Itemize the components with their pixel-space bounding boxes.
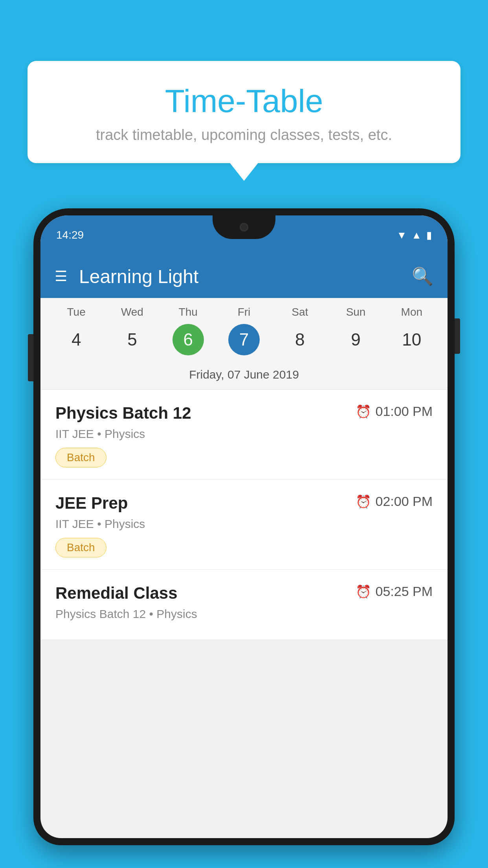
day-number[interactable]: 5 — [116, 324, 148, 355]
time-text: 01:00 PM — [375, 404, 433, 419]
feature-title: Time-Table — [51, 83, 437, 120]
day-name: Wed — [121, 306, 143, 318]
schedule-list: Physics Batch 12⏰01:00 PMIIT JEE • Physi… — [40, 390, 448, 640]
clock-icon: ⏰ — [356, 584, 371, 599]
time-text: 02:00 PM — [375, 494, 433, 509]
schedule-sub: IIT JEE • Physics — [55, 427, 433, 441]
schedule-sub: Physics Batch 12 • Physics — [55, 607, 433, 621]
speech-bubble: Time-Table track timetable, upcoming cla… — [28, 61, 460, 163]
day-col[interactable]: Tue4 — [51, 306, 102, 355]
batch-tag: Batch — [55, 448, 106, 467]
day-col[interactable]: Sun9 — [330, 306, 382, 355]
day-col[interactable]: Fri7 — [218, 306, 270, 355]
day-name: Sun — [346, 306, 366, 318]
calendar-strip: Tue4Wed5Thu6Fri7Sat8Sun9Mon10 Friday, 07… — [40, 298, 448, 390]
status-time: 14:29 — [56, 229, 84, 241]
day-number[interactable]: 10 — [396, 324, 427, 355]
clock-icon: ⏰ — [356, 404, 371, 419]
schedule-time: ⏰02:00 PM — [356, 494, 433, 509]
menu-icon[interactable]: ☰ — [55, 268, 67, 285]
schedule-item-header: JEE Prep⏰02:00 PM — [55, 494, 433, 513]
schedule-title: Physics Batch 12 — [55, 404, 191, 423]
battery-icon: ▮ — [426, 229, 432, 241]
day-name: Tue — [67, 306, 86, 318]
camera-dot — [240, 223, 248, 232]
phone-device: 14:29 ▼ ▲ ▮ ☰ Learning Light 🔍 — [33, 208, 455, 868]
schedule-item[interactable]: Physics Batch 12⏰01:00 PMIIT JEE • Physi… — [40, 390, 448, 480]
day-number[interactable]: 8 — [284, 324, 316, 355]
app-header: ☰ Learning Light 🔍 — [40, 255, 448, 298]
schedule-title: Remedial Class — [55, 584, 178, 603]
day-number[interactable]: 7 — [228, 324, 260, 355]
clock-icon: ⏰ — [356, 494, 371, 509]
day-name: Thu — [179, 306, 198, 318]
schedule-sub: IIT JEE • Physics — [55, 517, 433, 531]
status-bar: 14:29 ▼ ▲ ▮ — [40, 215, 448, 255]
day-name: Sat — [292, 306, 308, 318]
day-col[interactable]: Mon10 — [386, 306, 437, 355]
schedule-title: JEE Prep — [55, 494, 128, 513]
schedule-item-header: Physics Batch 12⏰01:00 PM — [55, 404, 433, 423]
phone-outer: 14:29 ▼ ▲ ▮ ☰ Learning Light 🔍 — [33, 208, 455, 845]
day-number[interactable]: 4 — [61, 324, 92, 355]
schedule-time: ⏰01:00 PM — [356, 404, 433, 419]
day-number[interactable]: 9 — [340, 324, 372, 355]
feature-subtitle: track timetable, upcoming classes, tests… — [51, 127, 437, 143]
schedule-item[interactable]: Remedial Class⏰05:25 PMPhysics Batch 12 … — [40, 570, 448, 640]
days-row: Tue4Wed5Thu6Fri7Sat8Sun9Mon10 — [40, 306, 448, 355]
day-col[interactable]: Thu6 — [163, 306, 214, 355]
day-number[interactable]: 6 — [172, 324, 204, 355]
schedule-item[interactable]: JEE Prep⏰02:00 PMIIT JEE • PhysicsBatch — [40, 480, 448, 570]
wifi-icon: ▼ — [397, 229, 407, 241]
day-col[interactable]: Wed5 — [106, 306, 158, 355]
schedule-item-header: Remedial Class⏰05:25 PM — [55, 584, 433, 603]
schedule-time: ⏰05:25 PM — [356, 584, 433, 599]
time-text: 05:25 PM — [375, 584, 433, 599]
status-icons: ▼ ▲ ▮ — [397, 229, 432, 241]
day-name: Mon — [401, 306, 422, 318]
day-col[interactable]: Sat8 — [274, 306, 325, 355]
day-name: Fri — [238, 306, 251, 318]
speech-bubble-container: Time-Table track timetable, upcoming cla… — [28, 61, 460, 163]
signal-icon: ▲ — [411, 229, 422, 241]
app-title: Learning Light — [79, 266, 412, 287]
phone-screen: 14:29 ▼ ▲ ▮ ☰ Learning Light 🔍 — [40, 215, 448, 838]
search-icon[interactable]: 🔍 — [412, 266, 433, 287]
selected-date-label: Friday, 07 June 2019 — [40, 362, 448, 390]
batch-tag: Batch — [55, 538, 106, 557]
phone-notch — [213, 215, 275, 239]
